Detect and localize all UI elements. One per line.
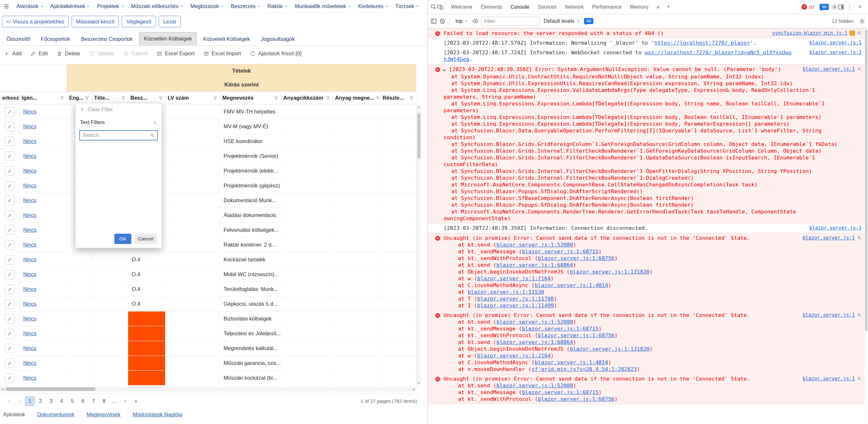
search-icon[interactable] — [857, 376, 862, 381]
close-devtools-icon[interactable]: × — [855, 2, 865, 12]
toolbar-button-ajanlatok-frissit-0[interactable]: Ajánlatok frissít [0] — [250, 51, 301, 57]
search-icon[interactable] — [150, 133, 155, 138]
kebab-menu-icon[interactable]: ⋮ — [844, 2, 855, 12]
console-scrollbar[interactable] — [864, 28, 868, 424]
stack-frame-link[interactable]: blazor.server.js:1:68756 — [538, 255, 614, 261]
context-selector[interactable]: top — [454, 18, 470, 24]
edit-button[interactable] — [5, 225, 14, 235]
edit-button[interactable] — [5, 137, 14, 146]
stack-frame-link[interactable]: blazor.server.js:1:2164 — [477, 352, 551, 359]
edit-button[interactable] — [5, 284, 14, 294]
igeny-link[interactable]: Nincs — [23, 109, 36, 115]
tab-jogosultsagok[interactable]: Jogosultságok — [256, 33, 300, 45]
devtools-tab-console[interactable]: Console — [506, 0, 534, 14]
stack-frame-link[interactable]: blazor.server.js:1:4014 — [534, 359, 608, 366]
devtools-tab-sources[interactable]: Sources — [534, 0, 561, 14]
stack-frame-link[interactable]: blazor.server.js:1:68864 — [496, 339, 573, 345]
stack-frame-link[interactable]: blazor.server.js:1:52080 — [496, 319, 573, 325]
console-settings-icon[interactable] — [859, 18, 865, 24]
devtools-tab-network[interactable]: Network — [561, 0, 588, 14]
horizontal-scroll-thumb[interactable] — [5, 387, 95, 391]
stack-frame-link[interactable]: blazor.server.js:1:68715 — [522, 249, 598, 255]
bottom-tab-megjegyzesek[interactable]: Megjegyzések — [86, 412, 120, 418]
lezar-button[interactable]: Lezár — [159, 16, 181, 27]
veglegesit-button[interactable]: Véglegesít — [122, 16, 156, 27]
tab-kozvetlen-koltsegek[interactable]: Közvetlen Költségek — [139, 32, 197, 45]
igeny-link[interactable]: Nincs — [23, 271, 36, 277]
clear-console-icon[interactable] — [439, 18, 445, 24]
stack-frame-link[interactable]: blazor.server.js:1:131820 — [570, 346, 650, 352]
pager-last-button[interactable]: » — [131, 396, 141, 406]
edit-button[interactable] — [5, 373, 14, 383]
tab-kozvetett-koltsegek[interactable]: Közvetett Költségek — [198, 33, 254, 45]
text-filters-item[interactable]: Text Filters — [75, 116, 162, 129]
scroll-left-icon[interactable]: ◄ — [0, 387, 5, 392]
pager-page-5[interactable]: 5 — [67, 396, 77, 406]
igeny-link[interactable]: Nincs — [23, 345, 36, 351]
igeny-link[interactable]: Nincs — [23, 138, 36, 144]
menu-item-torzsek[interactable]: Törzsek — [396, 3, 420, 9]
igeny-link[interactable]: Nincs — [23, 168, 36, 174]
pager-next-button[interactable]: › — [121, 396, 130, 406]
log-levels-selector[interactable]: Default levels — [541, 18, 582, 24]
stack-frame-link[interactable]: blazor.server.js:1:4014 — [534, 282, 608, 288]
pager-page-4[interactable]: 4 — [57, 396, 66, 406]
filter-funnel-icon[interactable] — [213, 96, 217, 100]
pager-page-1[interactable]: 1 — [25, 396, 35, 406]
stack-frame-link[interactable]: blazor.server.js:1:11499 — [477, 303, 554, 309]
filter-funnel-icon[interactable] — [375, 96, 380, 100]
stack-frame-link[interactable]: sf-grid.min.js?v=20.4.54:1:202823 — [531, 366, 637, 372]
menu-item-megbizasok[interactable]: Megbízások — [190, 3, 224, 9]
toolbar-button-edit[interactable]: Edit — [30, 51, 48, 57]
filter-search-input[interactable] — [83, 133, 148, 138]
masolatot-keszit-button[interactable]: Másolatot készít — [72, 16, 119, 27]
pager-page-8[interactable]: 8 — [99, 396, 109, 406]
search-icon[interactable] — [857, 236, 862, 240]
device-toolbar-icon[interactable] — [437, 4, 443, 10]
toolbar-button-excel-import[interactable]: Excel Import — [203, 51, 241, 57]
igeny-link[interactable]: Nincs — [23, 242, 36, 248]
igeny-link[interactable]: Nincs — [23, 286, 36, 292]
edit-button[interactable] — [5, 314, 14, 324]
igeny-link[interactable]: Nincs — [23, 256, 36, 263]
console-scroll-thumb[interactable] — [865, 30, 867, 331]
menu-item-alairasok[interactable]: Aláírások — [17, 3, 44, 9]
edit-button[interactable] — [5, 329, 14, 339]
console-filter-input[interactable] — [481, 17, 539, 26]
message-source-link[interactable]: blazor.server.js:1 — [809, 39, 862, 46]
igeny-link[interactable]: Nincs — [23, 123, 36, 130]
message-link[interactable]: https://localhost:7270/_blazor — [654, 40, 750, 46]
stack-frame-link[interactable]: blazor.server.js:1:131820 — [570, 269, 650, 275]
bottom-tab-dokumentumok[interactable]: Dokumentumok — [37, 412, 74, 418]
tab-beszerzesi-csoportok[interactable]: Beszerzési Csoportok — [76, 33, 137, 45]
message-source-link[interactable]: blazor.server.js:1 — [803, 312, 855, 318]
settings-gear-icon[interactable] — [831, 4, 838, 10]
message-source-link[interactable]: blazor.server.js:1 — [803, 235, 855, 241]
toolbar-button-add[interactable]: Add — [4, 51, 22, 57]
more-tabs-button[interactable]: » — [653, 2, 663, 12]
stack-frame-link[interactable]: blazor.server.js:1:68715 — [522, 326, 598, 332]
menu-item-muszaki-elokeszites[interactable]: Műszaki előkészítés — [131, 3, 184, 9]
message-source-link[interactable]: blazor.server.js:1 — [809, 225, 862, 231]
menu-item-raktar[interactable]: Raktár — [267, 3, 288, 9]
edit-button[interactable] — [5, 107, 14, 117]
message-source-link[interactable]: blazor.server.js:1 — [803, 66, 855, 72]
filter-funnel-icon[interactable] — [409, 96, 414, 100]
live-expression-icon[interactable] — [472, 18, 479, 24]
message-source-link[interactable]: syncfusion-blazor.min.js:1 — [772, 30, 847, 36]
igeny-link[interactable]: Nincs — [23, 227, 36, 233]
scroll-right-icon[interactable]: ► — [411, 387, 416, 392]
edit-button[interactable] — [5, 344, 14, 353]
pager-page-7[interactable]: 7 — [89, 396, 98, 406]
edit-button[interactable] — [5, 122, 14, 132]
error-count-badge[interactable]: ×10 — [802, 4, 814, 10]
menu-item-projektek[interactable]: Projektek — [97, 3, 124, 9]
igeny-link[interactable]: Nincs — [23, 375, 36, 381]
stack-frame-link[interactable]: blazor.server.js:1:68715 — [522, 389, 598, 395]
clear-filter-item[interactable]: Clear Filter — [75, 103, 162, 116]
devtools-tab-performance[interactable]: Performance — [588, 0, 626, 14]
search-icon[interactable] — [857, 313, 862, 317]
pager-page-2[interactable]: 2 — [36, 396, 45, 406]
stack-frame-link[interactable]: blazor.server.js:1:11708 — [477, 296, 554, 302]
menu-item-beszerzes[interactable]: Beszerzés — [231, 3, 260, 9]
